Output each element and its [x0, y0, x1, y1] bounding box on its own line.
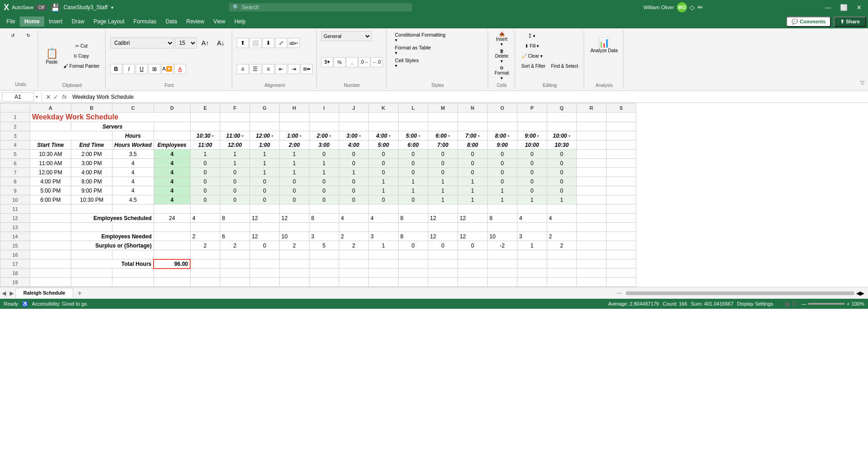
slot-7-j[interactable]: 1: [339, 168, 368, 177]
es-q[interactable]: 4: [547, 214, 576, 223]
cell-a2[interactable]: [30, 122, 71, 131]
time-i3[interactable]: 2:00 -: [309, 131, 339, 140]
format-painter-button[interactable]: 🖌 Format Painter: [62, 62, 101, 71]
employees-header[interactable]: Employees: [154, 140, 190, 150]
slot-7-m[interactable]: 0: [428, 168, 458, 177]
cell-r9[interactable]: [576, 186, 606, 195]
insert-button[interactable]: 📥 Insert ▾: [493, 31, 511, 47]
es-g[interactable]: 12: [250, 214, 279, 223]
slot-9-j[interactable]: 0: [339, 186, 368, 195]
slot-8-k[interactable]: 1: [368, 177, 398, 186]
end-10[interactable]: 10:30 PM: [71, 195, 112, 204]
align-middle-button[interactable]: ⬜: [250, 38, 261, 48]
time-f3[interactable]: 11:00 -: [220, 131, 250, 140]
cancel-icon[interactable]: ✕: [46, 93, 51, 101]
slot-10-n[interactable]: 1: [458, 195, 487, 204]
page-layout-btn[interactable]: ▣: [784, 300, 790, 307]
es-l[interactable]: 8: [398, 214, 428, 223]
cell-e1[interactable]: [190, 113, 220, 122]
cell-s1[interactable]: [606, 113, 636, 122]
analyze-data-button[interactable]: 📊Analyze Data: [589, 31, 619, 59]
sur-p[interactable]: 1: [517, 241, 547, 250]
italic-button[interactable]: I: [123, 64, 135, 74]
slot-6-q[interactable]: 0: [547, 159, 576, 168]
cell-r8[interactable]: [576, 177, 606, 186]
cell-r5[interactable]: [576, 150, 606, 159]
slot-6-m[interactable]: 0: [428, 159, 458, 168]
es-n[interactable]: 12: [458, 214, 487, 223]
redo-button[interactable]: ↻: [21, 32, 36, 39]
cell-r10[interactable]: [576, 195, 606, 204]
time-g3[interactable]: 12:00 -: [250, 131, 279, 140]
slot-9-o[interactable]: 1: [487, 186, 517, 195]
slot-10-p[interactable]: 1: [517, 195, 547, 204]
decrease-indent-button[interactable]: ⇤: [275, 64, 287, 74]
cell-l1[interactable]: [398, 113, 428, 122]
slot-6-n[interactable]: 0: [458, 159, 487, 168]
slot-7-f[interactable]: 0: [220, 168, 250, 177]
time-q3[interactable]: 10:00 -: [547, 131, 576, 140]
start-time-header[interactable]: Start Time: [30, 140, 71, 150]
slot-5-k[interactable]: 0: [368, 150, 398, 159]
sur-o[interactable]: -2: [487, 241, 517, 250]
cell-k2[interactable]: [368, 122, 398, 131]
col-header-h[interactable]: H: [279, 103, 309, 113]
slot-7-e[interactable]: 0: [190, 168, 220, 177]
slot-9-q[interactable]: 0: [547, 186, 576, 195]
cell-n1[interactable]: [458, 113, 487, 122]
slot-7-n[interactable]: 0: [458, 168, 487, 177]
col-header-e[interactable]: E: [190, 103, 220, 113]
en-h[interactable]: 10: [279, 232, 309, 241]
scroll-left-btn[interactable]: ◀: [856, 290, 860, 296]
hours-8[interactable]: 4: [112, 177, 154, 186]
cell-f2[interactable]: [220, 122, 250, 131]
slot-5-e[interactable]: 1: [190, 150, 220, 159]
cell-h2[interactable]: [279, 122, 309, 131]
zoom-in-btn[interactable]: +: [847, 301, 849, 307]
cell-styles-button[interactable]: Cell Styles ▾: [391, 57, 449, 69]
cell-ref-dropdown[interactable]: ▾: [36, 94, 38, 99]
slot-10-k[interactable]: 0: [368, 195, 398, 204]
slot-8-l[interactable]: 1: [398, 177, 428, 186]
zoom-slider[interactable]: [808, 303, 845, 305]
decrease-font-button[interactable]: A↓: [213, 38, 228, 48]
slot-5-i[interactable]: 0: [309, 150, 339, 159]
dropdown-icon[interactable]: ▾: [111, 5, 113, 10]
cell-a3[interactable]: [30, 131, 71, 140]
slot-6-g[interactable]: 1: [250, 159, 279, 168]
emp-sched-total[interactable]: 24: [154, 214, 190, 223]
align-top-button[interactable]: ⬆: [237, 38, 249, 48]
en-e[interactable]: 2: [190, 232, 220, 241]
close-btn[interactable]: ✕: [854, 4, 864, 11]
en-n[interactable]: 12: [458, 232, 487, 241]
slot-8-f[interactable]: 0: [220, 177, 250, 186]
en-j[interactable]: 2: [339, 232, 368, 241]
cell-o1[interactable]: [487, 113, 517, 122]
slot-8-p[interactable]: 0: [517, 177, 547, 186]
display-settings-button[interactable]: Display Settings: [737, 301, 773, 307]
slot-10-i[interactable]: 0: [309, 195, 339, 204]
delete-button[interactable]: 🗑 Delete ▾: [493, 48, 511, 64]
hours-5[interactable]: 3.5: [112, 150, 154, 159]
slot-10-f[interactable]: 0: [220, 195, 250, 204]
col-header-g[interactable]: G: [250, 103, 279, 113]
time-n3[interactable]: 7:00 -: [458, 131, 487, 140]
cell-r14[interactable]: [576, 232, 606, 241]
slot-5-l[interactable]: 0: [398, 150, 428, 159]
slot-7-o[interactable]: 0: [487, 168, 517, 177]
slot-5-q[interactable]: 0: [547, 150, 576, 159]
confirm-icon[interactable]: ✓: [53, 93, 59, 101]
sur-g[interactable]: 0: [250, 241, 279, 250]
slot-8-o[interactable]: 0: [487, 177, 517, 186]
slot-5-m[interactable]: 0: [428, 150, 458, 159]
cell-r1[interactable]: [576, 113, 606, 122]
sur-l[interactable]: 0: [398, 241, 428, 250]
slot-9-k[interactable]: 1: [368, 186, 398, 195]
search-input[interactable]: [241, 4, 408, 11]
slot-6-j[interactable]: 0: [339, 159, 368, 168]
cell-s6[interactable]: [606, 159, 636, 168]
emp-8[interactable]: 4: [154, 177, 190, 186]
slot-9-h[interactable]: 0: [279, 186, 309, 195]
time-j3[interactable]: 3:00 -: [339, 131, 368, 140]
es-o[interactable]: 8: [487, 214, 517, 223]
